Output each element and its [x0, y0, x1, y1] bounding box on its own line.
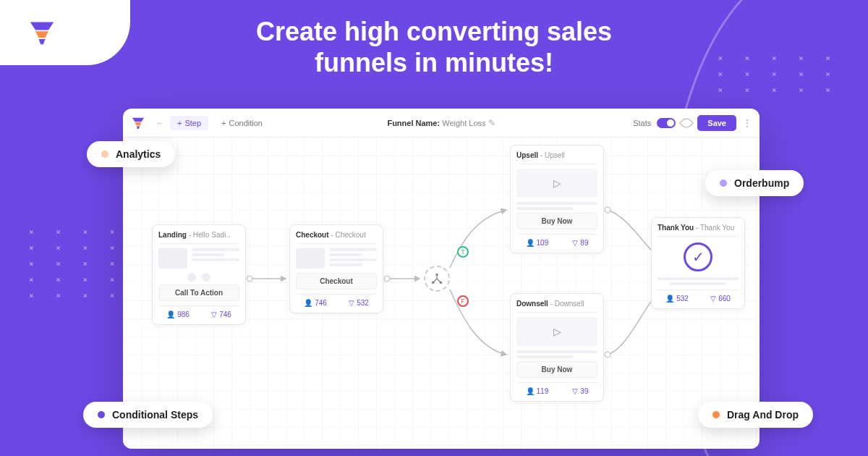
decoration-dots-mid-left: × × × ×× × × ×× × × ×× × × ×× × × × [29, 224, 123, 304]
back-icon[interactable]: ← [156, 119, 164, 127]
video-placeholder-icon: ▷ [516, 169, 597, 198]
feature-chip-dragdrop: Drag And Drop [698, 402, 813, 428]
checkout-cta: Checkout [296, 273, 377, 290]
upsell-cta: Buy Now [516, 213, 597, 229]
svg-point-2 [605, 207, 610, 213]
feature-chip-orderbump: Orderbump [705, 170, 804, 196]
funnel-logo-icon [29, 20, 55, 46]
svg-point-6 [440, 282, 443, 284]
funnel-canvas[interactable]: Landing - Hello Sadi.. Call To Action 👤 … [123, 138, 760, 449]
funnel-step-upsell[interactable]: Upsell - Upsell ▷ Buy Now 👤 109▽ 89 [510, 145, 604, 253]
feature-chip-analytics: Analytics [87, 141, 175, 167]
funnel-step-checkout[interactable]: Checkout - Checkout Checkout 👤 746▽ 532 [289, 224, 383, 313]
condition-true-badge: T [457, 246, 469, 258]
downsell-cta: Buy Now [516, 361, 597, 378]
decoration-dots-top-right: × × × × ×× × × × ×× × × × × [718, 51, 839, 98]
svg-point-4 [435, 274, 438, 276]
svg-point-3 [605, 352, 610, 358]
brand-logo-corner [0, 0, 130, 65]
save-button[interactable]: Save [697, 115, 736, 131]
edit-name-icon[interactable]: ✎ [488, 118, 495, 128]
funnel-step-thankyou[interactable]: Thank You - Thank You ✓ 👤 532▽ 660 [651, 217, 745, 309]
video-placeholder-icon: ▷ [516, 317, 597, 346]
branch-icon [430, 272, 443, 285]
app-logo-icon [132, 117, 145, 130]
feature-chip-conditional: Conditional Steps [83, 402, 213, 428]
visitors-icon: 👤 986 [166, 311, 190, 318]
svg-point-1 [384, 276, 390, 282]
stats-toggle[interactable] [657, 118, 676, 128]
app-toolbar: ← + Step + Condition Funnel Name: Weight… [123, 109, 760, 138]
stats-label: Stats [633, 119, 651, 127]
app-window: ← + Step + Condition Funnel Name: Weight… [123, 109, 760, 449]
funnel-name-display: Funnel Name: Weight Loss ✎ [387, 118, 495, 128]
add-step-button[interactable]: + Step [170, 116, 208, 130]
funnel-step-downsell[interactable]: Downsell - Downsell ▷ Buy Now 👤 119▽ 39 [510, 293, 604, 402]
page-headline: Create high converting sales funnels in … [217, 16, 651, 78]
condition-node[interactable] [424, 266, 450, 292]
svg-point-0 [247, 276, 252, 282]
checkmark-icon: ✓ [684, 242, 712, 271]
condition-false-badge: F [457, 295, 469, 307]
add-condition-button[interactable]: + Condition [214, 116, 270, 130]
funnel-step-landing[interactable]: Landing - Hello Sadi.. Call To Action 👤 … [152, 224, 246, 325]
svg-point-5 [432, 282, 435, 284]
landing-cta: Call To Action [158, 284, 239, 301]
more-menu-icon[interactable]: ⋮ [742, 117, 751, 129]
preview-icon[interactable] [679, 116, 694, 130]
filter-icon: ▽ 746 [211, 311, 231, 318]
